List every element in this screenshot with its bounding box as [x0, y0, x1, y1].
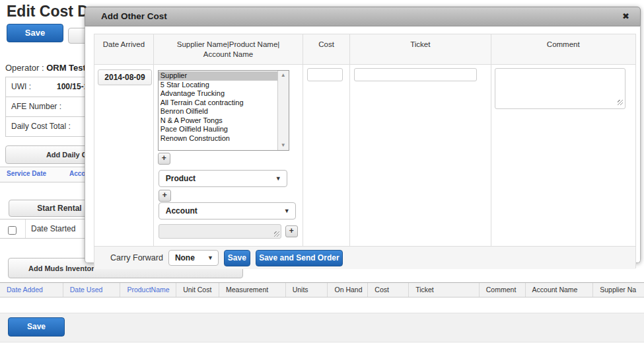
product-select-value: Product: [166, 174, 196, 183]
muds-header-measurement: Measurement: [219, 283, 285, 297]
other-cost-table: Date Arrived Supplier Name|Product Name|…: [94, 34, 636, 268]
muds-header-account-name: Account Name: [525, 283, 593, 297]
col-date-arrived: Date Arrived: [94, 34, 153, 64]
operator-label: Operator :: [5, 63, 44, 73]
supplier-option[interactable]: Pace Oilfield Hauling: [159, 125, 278, 134]
muds-header-cost: Cost: [367, 283, 408, 297]
col-comment: Comment: [491, 34, 635, 64]
account-select[interactable]: Account ▼: [159, 202, 296, 219]
muds-header-comment: Comment: [479, 283, 525, 297]
carry-forward-label: Carry Forward: [110, 253, 163, 262]
muds-header-unit-cost: Unit Cost: [176, 283, 219, 297]
date-arrived-input[interactable]: 2014-08-09: [98, 69, 152, 85]
cost-cell: [303, 65, 349, 246]
muds-header-date-used[interactable]: Date Used: [63, 283, 120, 297]
supplier-option[interactable]: Renown Construction: [159, 134, 278, 143]
chevron-down-icon: ▼: [275, 175, 281, 182]
add-product-button[interactable]: +: [159, 190, 171, 202]
scroll-up-icon[interactable]: ▲: [278, 71, 289, 80]
supplier-listbox[interactable]: Supplier 5 Star Locating Advantage Truck…: [158, 70, 289, 151]
cost-input[interactable]: [307, 68, 343, 81]
afe-label: AFE Number :: [11, 102, 61, 111]
save-button-top[interactable]: Save: [7, 24, 63, 42]
close-icon[interactable]: ✖: [622, 11, 629, 21]
date-started-label: Date Started: [31, 224, 75, 233]
product-select[interactable]: Product ▼: [159, 170, 287, 187]
muds-header-ticket: Ticket: [408, 283, 479, 297]
supplier-options: Supplier 5 Star Locating Advantage Truck…: [159, 71, 278, 150]
modal-save-button[interactable]: Save: [224, 250, 250, 266]
supplier-option[interactable]: Advantage Trucking: [159, 89, 278, 99]
page-footer-bar: [0, 313, 644, 342]
account-select-value: Account: [166, 206, 197, 216]
ticket-input[interactable]: [354, 68, 477, 81]
supplier-option[interactable]: All Terrain Cat contracting: [159, 99, 278, 108]
supplier-option[interactable]: Benron Oilfield: [159, 107, 278, 116]
save-and-send-order-button[interactable]: Save and Send Order: [256, 250, 343, 266]
operator-line: Operator : ORM Test Dr: [5, 63, 98, 73]
daily-cost-label: Daily Cost Total :: [11, 122, 71, 131]
supplier-option[interactable]: 5 Star Locating: [159, 81, 278, 90]
app-canvas: Edit Cost De Save Operator : ORM Test Dr…: [0, 0, 644, 357]
save-button-bottom[interactable]: Save: [8, 317, 65, 337]
muds-header-product-name[interactable]: ProductName: [120, 283, 176, 297]
supplier-option[interactable]: Supplier: [159, 71, 278, 81]
uwi-label: UWI :: [11, 82, 31, 91]
add-supplier-button[interactable]: +: [158, 153, 170, 165]
muds-header-date-added[interactable]: Date Added: [0, 283, 63, 297]
service-date-header[interactable]: Service Date: [7, 170, 46, 177]
uwi-value: 100/15-1: [57, 77, 88, 97]
col-supplier-line1: Supplier Name|Product Name|: [154, 40, 303, 50]
resize-handle-icon[interactable]: [274, 231, 279, 237]
listbox-scrollbar[interactable]: ▲ ▼: [277, 71, 289, 150]
carry-forward-select[interactable]: None ▼: [168, 250, 219, 266]
muds-table-header: Date Added Date Used ProductName Unit Co…: [0, 282, 644, 298]
muds-header-on-hand: On Hand: [327, 283, 367, 297]
comment-textarea[interactable]: [495, 68, 626, 109]
resize-handle-icon[interactable]: [618, 100, 623, 105]
supplier-cell: Supplier 5 Star Locating Advantage Truck…: [153, 65, 303, 246]
add-account-button[interactable]: +: [285, 225, 298, 237]
col-cost: Cost: [303, 34, 349, 64]
add-other-cost-dialog: Add Other Cost ✖ Date Arrived Supplier N…: [85, 7, 641, 263]
chevron-down-icon: ▼: [207, 255, 213, 261]
chevron-down-icon: ▼: [284, 208, 290, 214]
supplier-option[interactable]: N & A Power Tongs: [159, 116, 278, 126]
muds-header-units: Units: [285, 283, 328, 297]
account-note-textarea[interactable]: [159, 224, 281, 239]
other-cost-table-header: Date Arrived Supplier Name|Product Name|…: [94, 34, 635, 65]
date-started-checkbox[interactable]: [8, 226, 17, 235]
col-ticket: Ticket: [349, 34, 490, 64]
date-arrived-cell: 2014-08-09: [94, 65, 153, 246]
carry-forward-value: None: [175, 253, 195, 262]
dialog-footer: Carry Forward None ▼ Save Save and Send …: [94, 246, 635, 269]
rental-checkbox-cell: [0, 219, 26, 238]
page-title: Edit Cost De: [7, 3, 97, 20]
scroll-down-icon[interactable]: ▼: [278, 141, 289, 150]
comment-cell: [491, 65, 635, 246]
col-supplier-line2: Account Name: [154, 50, 303, 60]
dialog-body: Date Arrived Supplier Name|Product Name|…: [85, 26, 641, 263]
other-cost-entry-row: 2014-08-09 Supplier 5 Star Locating Adva…: [94, 65, 635, 246]
col-supplier-product-account: Supplier Name|Product Name| Account Name: [153, 34, 303, 64]
ticket-cell: [349, 65, 490, 246]
muds-header-supplier-name: Supplier Na: [592, 283, 644, 297]
dialog-title: Add Other Cost: [101, 11, 167, 21]
dialog-titlebar[interactable]: Add Other Cost ✖: [85, 7, 641, 26]
